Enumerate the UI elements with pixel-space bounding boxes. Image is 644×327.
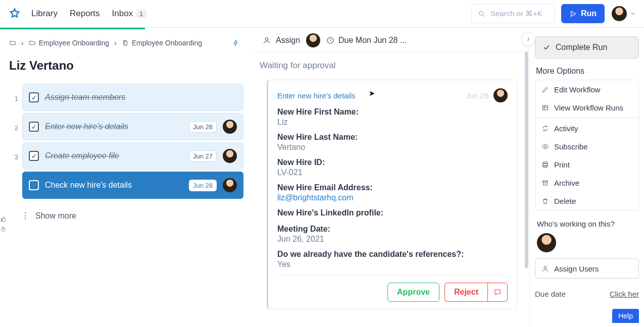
archive-icon	[541, 179, 549, 187]
view-runs-item[interactable]: View Workflow Runs	[535, 98, 638, 117]
left-panel: › Employee Onboarding › Employee Onboard…	[0, 29, 253, 327]
due-date-button[interactable]: Due Mon Jun 28 ...	[326, 36, 407, 45]
document-icon	[122, 39, 129, 46]
assignee-avatar[interactable]	[223, 120, 237, 134]
pencil-icon	[541, 86, 549, 93]
chevron-right-icon: ›	[114, 39, 117, 47]
task-item[interactable]: ✓ Create employee file Jun 27	[22, 142, 243, 170]
field-label: Do we already have the candidate's refer…	[277, 250, 508, 259]
breadcrumb-folder[interactable]: Employee Onboarding	[29, 39, 109, 47]
breadcrumb-workflow-label: Employee Onboarding	[132, 39, 202, 47]
svg-rect-3	[124, 41, 127, 45]
task-item[interactable]: ✓ Assign team members	[22, 84, 243, 111]
archive-item[interactable]: Archive	[535, 174, 638, 192]
svg-line-1	[482, 15, 484, 17]
comment-icon	[493, 288, 502, 296]
assign-users-button[interactable]: Assign Users	[535, 258, 639, 279]
approve-button[interactable]: Approve	[387, 283, 439, 302]
task-checkbox[interactable]: ✓	[29, 151, 39, 161]
chevron-down-icon[interactable]	[630, 11, 636, 17]
thumbs-up-icon[interactable]	[0, 216, 7, 223]
complete-run-button[interactable]: Complete Run	[535, 36, 639, 59]
who-heading: Who's working on this?	[537, 220, 639, 228]
assign-button[interactable]: Assign	[263, 36, 300, 45]
card-date: Jun 26	[466, 91, 488, 100]
svg-point-5	[265, 37, 268, 40]
bolt-icon	[232, 38, 239, 47]
card-source-link[interactable]: Enter new hire's details	[277, 91, 356, 100]
field-value-email[interactable]: liz@brightstarhq.com	[277, 193, 508, 202]
field-label: Meeting Date:	[277, 225, 508, 234]
item-label: Print	[554, 160, 570, 169]
field-value: Vertano	[277, 143, 508, 152]
top-nav: Library Reports Inbox 1 Search or ⌘+K Ru…	[0, 0, 644, 28]
activity-item[interactable]: Activity	[535, 119, 638, 137]
card-avatar[interactable]	[493, 88, 508, 102]
svg-rect-7	[543, 105, 548, 110]
help-button[interactable]: Help	[612, 309, 639, 323]
working-avatar[interactable]	[537, 233, 556, 252]
automation-button[interactable]	[228, 35, 243, 50]
field-value: LV-021	[277, 168, 508, 177]
nav-reports[interactable]: Reports	[70, 9, 100, 19]
expand-button[interactable]	[521, 32, 535, 46]
scrollbar[interactable]	[525, 51, 528, 268]
assignee-avatar[interactable]	[223, 149, 237, 163]
search-input[interactable]: Search or ⌘+K	[471, 4, 555, 23]
main-panel: Assign Due Mon Jun 28 ... Waiting for ap…	[253, 29, 530, 327]
nav-inbox-label: Inbox	[112, 9, 133, 19]
assignee-avatar[interactable]	[223, 178, 237, 192]
field-value: Liz	[277, 118, 508, 127]
breadcrumb-root[interactable]	[9, 39, 16, 46]
show-more-button[interactable]: ⋮ Show more	[21, 211, 243, 221]
item-label: Edit Workflow	[554, 85, 600, 94]
field-label: New Hire ID:	[277, 158, 508, 167]
check-icon	[542, 43, 551, 51]
task-checkbox[interactable]: ✓	[29, 92, 39, 102]
item-label: Archive	[554, 179, 579, 187]
run-button[interactable]: Run	[561, 4, 605, 23]
eye-icon	[541, 143, 549, 150]
task-label: Create employee file	[45, 151, 183, 160]
run-label: Run	[581, 9, 597, 18]
task-item-active[interactable]: Check new hire's details Jun 28	[22, 172, 243, 199]
chevron-right-icon	[525, 36, 531, 42]
breadcrumb-workflow[interactable]: Employee Onboarding	[122, 39, 202, 47]
subscribe-item[interactable]: Subscribe	[535, 137, 638, 155]
assignee-avatar[interactable]	[306, 33, 320, 47]
print-icon	[541, 161, 549, 169]
task-checkbox[interactable]: ✓	[29, 122, 39, 132]
options-panel: Edit Workflow View Workflow Runs Activit…	[535, 80, 639, 210]
dots-vertical-icon: ⋮	[21, 211, 29, 221]
clock-icon	[326, 36, 334, 44]
field-label: New Hire Email Address:	[277, 183, 508, 192]
task-item[interactable]: ✓ Enter new hire's details Jun 26	[22, 113, 243, 140]
nav-library[interactable]: Library	[31, 9, 58, 19]
person-icon	[263, 36, 271, 44]
inbox-count-badge: 1	[136, 10, 146, 18]
logo-icon[interactable]	[8, 7, 21, 20]
item-label: Delete	[554, 197, 576, 205]
reject-button[interactable]: Reject	[444, 283, 487, 302]
assign-label: Assign	[276, 36, 300, 45]
task-date: Jun 26	[189, 121, 217, 133]
lock-icon[interactable]	[0, 226, 7, 232]
field-value: Yes	[277, 260, 508, 269]
task-label: Enter new hire's details	[45, 122, 183, 131]
nav-inbox[interactable]: Inbox 1	[112, 9, 147, 19]
details-card: Enter new hire's details Jun 26 New Hire…	[267, 80, 517, 309]
breadcrumb: › Employee Onboarding › Employee Onboard…	[9, 35, 243, 50]
user-avatar[interactable]	[612, 6, 627, 21]
search-placeholder: Search or ⌘+K	[490, 9, 542, 18]
edit-workflow-item[interactable]: Edit Workflow	[535, 80, 638, 98]
task-checkbox[interactable]	[29, 180, 39, 190]
delete-item[interactable]: Delete	[535, 192, 638, 210]
person-icon	[541, 265, 549, 272]
due-label: Due Mon Jun 28 ...	[338, 36, 407, 45]
reject-comment-button[interactable]	[487, 283, 508, 302]
set-due-link[interactable]: Click her	[610, 290, 639, 298]
print-item[interactable]: Print	[535, 155, 638, 174]
right-panel: Complete Run More Options Edit Workflow …	[530, 29, 644, 327]
task-number: 3	[9, 153, 18, 161]
status-heading: Waiting for approval	[260, 61, 517, 71]
